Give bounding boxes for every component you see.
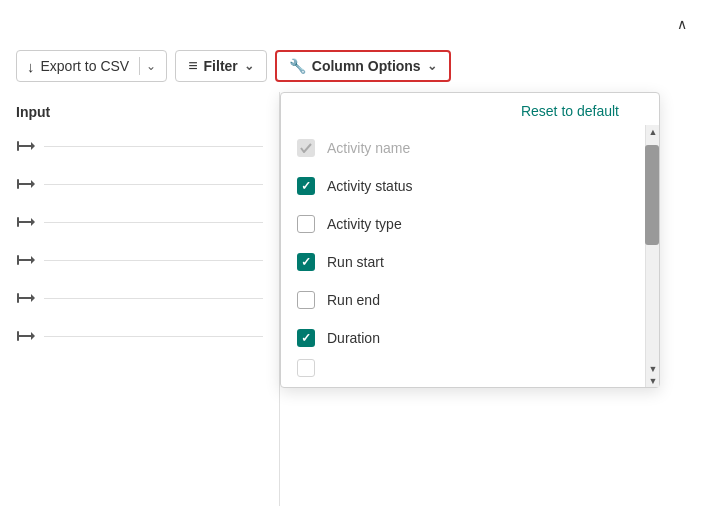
checkbox-run-start[interactable]: [297, 253, 315, 271]
column-options-caret-icon: ⌄: [427, 59, 437, 73]
svg-rect-3: [17, 179, 19, 189]
column-options-button[interactable]: 🔧 Column Options ⌄: [275, 50, 451, 82]
scrollbar-thumb[interactable]: [645, 145, 659, 245]
checkbox-duration[interactable]: [297, 329, 315, 347]
svg-rect-6: [17, 217, 19, 227]
list-item: [16, 174, 263, 194]
export-label: Export to CSV: [41, 58, 130, 74]
row-separator: [44, 260, 263, 261]
scroll-down-arrows[interactable]: ▼ ▼: [646, 363, 660, 387]
export-icon: ↓: [27, 58, 35, 75]
row-arrow-icon: [16, 288, 36, 308]
svg-marker-2: [31, 142, 35, 150]
svg-marker-14: [31, 294, 35, 302]
checkbox-activity-name[interactable]: [297, 139, 315, 157]
column-options-dropdown: Reset to default Activity name Activity …: [280, 92, 660, 388]
list-item: [16, 136, 263, 156]
options-container: Activity name Activity status Activity t…: [281, 125, 659, 387]
svg-rect-12: [17, 293, 19, 303]
row-arrow-icon: [16, 250, 36, 270]
export-caret-icon: ⌄: [146, 59, 156, 73]
option-label-activity-name: Activity name: [327, 140, 410, 156]
column-options-icon: 🔧: [289, 58, 306, 74]
svg-marker-11: [31, 256, 35, 264]
checkbox-run-end[interactable]: [297, 291, 315, 309]
left-panel: Input: [0, 92, 280, 506]
svg-marker-5: [31, 180, 35, 188]
option-run-start[interactable]: Run start: [281, 243, 645, 281]
row-separator: [44, 184, 263, 185]
scrollbar-track[interactable]: ▲ ▼ ▼: [645, 125, 659, 387]
list-item: [16, 212, 263, 232]
export-divider: [139, 57, 140, 75]
list-item: [16, 250, 263, 270]
scroll-down-arrow2-icon[interactable]: ▼: [649, 375, 658, 387]
toolbar: ↓ Export to CSV ⌄ ≡ Filter ⌄ 🔧 Column Op…: [0, 40, 703, 92]
option-partial: [281, 357, 645, 379]
input-label: Input: [16, 104, 263, 120]
svg-marker-17: [31, 332, 35, 340]
svg-marker-8: [31, 218, 35, 226]
svg-rect-9: [17, 255, 19, 265]
checkbox-activity-type[interactable]: [297, 215, 315, 233]
option-activity-status[interactable]: Activity status: [281, 167, 645, 205]
row-arrow-icon: [16, 136, 36, 156]
options-list: Activity name Activity status Activity t…: [281, 125, 659, 387]
option-label-duration: Duration: [327, 330, 380, 346]
filter-button[interactable]: ≡ Filter ⌄: [175, 50, 267, 82]
row-separator: [44, 336, 263, 337]
filter-icon: ≡: [188, 57, 197, 75]
svg-rect-0: [17, 141, 19, 151]
option-label-activity-status: Activity status: [327, 178, 413, 194]
reset-row: Reset to default: [281, 93, 659, 125]
left-rows: [16, 136, 263, 346]
row-arrow-icon: [16, 326, 36, 346]
row-arrow-icon: [16, 212, 36, 232]
column-options-label: Column Options: [312, 58, 421, 74]
chevron-up-icon[interactable]: ∧: [677, 16, 687, 32]
option-label-run-start: Run start: [327, 254, 384, 270]
filter-caret-icon: ⌄: [244, 59, 254, 73]
export-csv-button[interactable]: ↓ Export to CSV ⌄: [16, 50, 167, 82]
scroll-up-arrow-icon[interactable]: ▲: [646, 127, 660, 137]
checkbox-activity-status[interactable]: [297, 177, 315, 195]
row-separator: [44, 298, 263, 299]
list-item: [16, 288, 263, 308]
reset-to-default-link[interactable]: Reset to default: [521, 103, 619, 119]
row-arrow-icon: [16, 174, 36, 194]
main-content: Input: [0, 92, 703, 506]
row-separator: [44, 222, 263, 223]
svg-rect-15: [17, 331, 19, 341]
checkbox-partial[interactable]: [297, 359, 315, 377]
option-label-run-end: Run end: [327, 292, 380, 308]
scroll-down-arrow1-icon[interactable]: ▼: [649, 363, 658, 375]
option-activity-type[interactable]: Activity type: [281, 205, 645, 243]
option-duration[interactable]: Duration: [281, 319, 645, 357]
list-item: [16, 326, 263, 346]
top-bar: ∧: [0, 0, 703, 40]
option-label-activity-type: Activity type: [327, 216, 402, 232]
option-run-end[interactable]: Run end: [281, 281, 645, 319]
row-separator: [44, 146, 263, 147]
filter-label: Filter: [204, 58, 238, 74]
option-activity-name[interactable]: Activity name: [281, 129, 645, 167]
